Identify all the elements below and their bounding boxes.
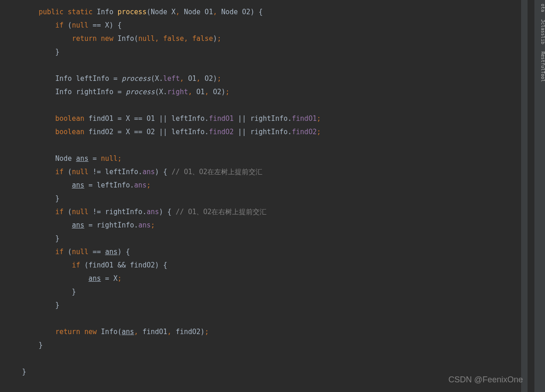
code-token: Node O2) {	[217, 8, 262, 16]
code-token: =	[89, 154, 101, 163]
code-token: ;	[217, 34, 221, 43]
code-token: ,	[196, 74, 200, 83]
sidebar-item-label: RestfulTool	[540, 51, 545, 82]
code-token: O1	[192, 88, 204, 96]
code-token: }	[22, 368, 26, 376]
code-token	[22, 221, 72, 229]
code-token: }	[22, 301, 59, 309]
code-token: ) {	[155, 168, 171, 176]
code-token: left	[163, 74, 180, 83]
code-token: (X.	[151, 74, 163, 83]
code-token: Info	[93, 8, 118, 16]
code-token: (	[63, 248, 72, 256]
code-token: null	[72, 248, 88, 256]
code-token: if	[72, 261, 80, 269]
code-token: (	[63, 21, 72, 29]
code-token: == X) {	[89, 21, 122, 29]
code-token: }	[22, 48, 59, 56]
code-token: return new	[72, 34, 113, 43]
sidebar-tool-restfultool[interactable]: RestfulTool	[534, 48, 545, 85]
code-token	[22, 8, 39, 16]
code-line: }	[22, 285, 528, 299]
code-token: O1	[184, 74, 196, 83]
code-token: null	[72, 208, 88, 216]
code-line: if (null == X) {	[22, 19, 528, 32]
code-token: findO1	[209, 114, 233, 123]
code-token: ans	[147, 208, 159, 216]
code-token: null	[72, 168, 88, 176]
code-token	[22, 248, 55, 256]
code-token	[22, 261, 72, 269]
code-token: boolean	[55, 128, 84, 136]
code-line: Info leftInfo = process(X.left, O1, O2);	[22, 72, 528, 85]
code-line	[22, 99, 528, 112]
code-line: if (null != rightInfo.ans) { // O1、O2在右树…	[22, 205, 528, 219]
code-token: (X.	[155, 88, 167, 96]
code-token	[22, 34, 72, 43]
code-token: ans	[138, 221, 151, 229]
code-line: ans = leftInfo.ans;	[22, 179, 528, 192]
code-token: }	[22, 194, 59, 203]
code-token: || rightInfo.	[234, 114, 292, 123]
code-token	[22, 128, 55, 136]
code-token	[63, 8, 68, 16]
code-line: boolean findO2 = X == O2 || leftInfo.fin…	[22, 125, 528, 139]
code-token: O2)	[209, 88, 225, 96]
code-token: ans	[122, 328, 134, 336]
code-token: (	[63, 168, 72, 176]
code-token: (findO1 && findO2) {	[80, 261, 167, 269]
code-token: ;	[217, 74, 221, 83]
code-token: null	[101, 154, 118, 163]
code-line: return new Info(ans, findO1, findO2);	[22, 325, 528, 339]
code-token: if	[55, 248, 63, 256]
sidebar-item-label: Jclasslib	[540, 19, 545, 44]
code-token: || rightInfo.	[234, 128, 292, 136]
code-token: process	[122, 74, 151, 83]
code-token: ,	[188, 88, 192, 96]
code-token: ,	[167, 328, 171, 336]
code-token: ;	[226, 88, 230, 96]
code-line: }	[22, 232, 528, 245]
code-token: ans	[72, 181, 84, 189]
code-line: public static Info process(Node X, Node …	[22, 6, 528, 19]
code-token	[22, 274, 89, 283]
vertical-scrollbar[interactable]	[521, 0, 528, 392]
code-token	[22, 21, 55, 29]
watermark-text: CSDN @FeenixOne	[448, 373, 523, 386]
sidebar-tool-ota[interactable]: ota	[534, 0, 545, 16]
code-line: if (null != leftInfo.ans) { // O1、O2在左树上…	[22, 165, 528, 179]
tool-sidebar: ota Jclasslib RestfulTool	[534, 0, 545, 392]
code-token: ans	[76, 154, 88, 163]
code-token: // O1、O2在左树上提前交汇	[171, 168, 262, 176]
code-token: ;	[118, 154, 122, 163]
code-token	[22, 328, 55, 336]
code-token	[22, 168, 55, 176]
sidebar-tool-jclasslib[interactable]: Jclasslib	[534, 16, 545, 48]
code-token: = leftInfo.	[84, 181, 134, 189]
code-token: findO2	[292, 128, 317, 136]
code-token: return new	[55, 328, 97, 336]
code-token: ==	[89, 248, 105, 256]
code-editor[interactable]: public static Info process(Node X, Node …	[0, 0, 528, 392]
code-token: ;	[317, 128, 321, 136]
code-token: }	[22, 341, 43, 349]
code-token: ;	[118, 274, 122, 283]
code-token: process	[126, 88, 155, 96]
code-token: findO1	[292, 114, 317, 123]
code-line: if (null == ans) {	[22, 245, 528, 259]
code-token: if	[55, 168, 63, 176]
code-line: }	[22, 299, 528, 312]
code-line: ans = X;	[22, 272, 528, 285]
code-token: (	[63, 208, 72, 216]
code-token: if	[55, 21, 63, 29]
code-line	[22, 59, 528, 72]
sidebar-item-label: ota	[540, 4, 545, 12]
code-token: ,	[134, 328, 138, 336]
code-token: ,	[176, 8, 180, 16]
code-line: }	[22, 192, 528, 205]
code-token: ans	[105, 248, 118, 256]
code-line: Info rightInfo = process(X.right, O1, O2…	[22, 85, 528, 99]
code-token: false	[163, 34, 184, 43]
code-token: ,	[155, 34, 163, 43]
code-token: ;	[317, 114, 321, 123]
